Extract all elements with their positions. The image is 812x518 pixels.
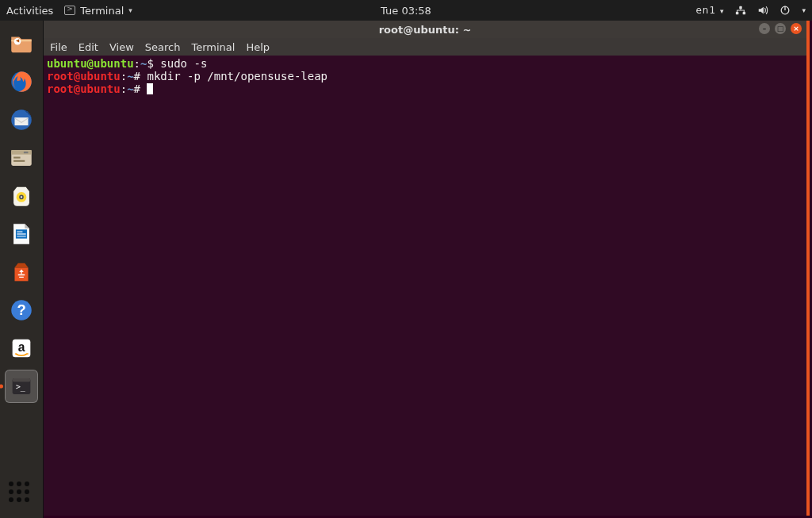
dock-item-terminal[interactable]: >_: [5, 370, 38, 403]
menu-edit[interactable]: Edit: [79, 41, 98, 53]
rhythmbox-icon: [8, 182, 35, 209]
dock-item-amazon[interactable]: a: [5, 332, 38, 365]
main-area: ? a >_ root@ubuntu: ~ – □ ×: [0, 21, 812, 518]
maximize-button[interactable]: □: [775, 23, 786, 34]
svg-rect-0: [736, 12, 739, 15]
svg-rect-11: [13, 160, 25, 162]
svg-text:>_: >_: [16, 382, 25, 392]
minimize-button[interactable]: –: [759, 23, 770, 34]
svg-rect-9: [11, 150, 32, 155]
input-source-label: en1: [695, 5, 716, 16]
close-button[interactable]: ×: [791, 23, 802, 34]
topbar-left-group: Activities Terminal ▾: [6, 5, 132, 17]
terminal-line: ubuntu@ubuntu:~$ sudo -s: [47, 57, 803, 70]
power-icon[interactable]: [779, 5, 791, 16]
file-manager-icon: [8, 144, 35, 171]
window-controls: – □ ×: [759, 23, 802, 34]
chevron-down-icon: ▾: [802, 6, 806, 14]
app-menu[interactable]: Terminal ▾: [64, 5, 132, 17]
terminal-window: root@ubuntu: ~ – □ × File Edit View Sear…: [44, 21, 810, 516]
menubar: File Edit View Search Terminal Help: [44, 38, 806, 56]
activities-button[interactable]: Activities: [6, 5, 53, 17]
libreoffice-writer-icon: [8, 221, 35, 247]
dock-item-nautilus[interactable]: [5, 141, 38, 175]
terminal-icon: >_: [8, 373, 35, 400]
topbar-right-group: en1 ▾ ▾: [695, 5, 806, 16]
amazon-icon: a: [8, 335, 35, 362]
network-icon[interactable]: [735, 5, 746, 16]
chevron-down-icon: ▾: [720, 7, 725, 15]
cursor: [147, 83, 153, 94]
volume-icon[interactable]: [757, 5, 768, 16]
dock-item-rhythmbox[interactable]: [5, 179, 38, 213]
menu-search[interactable]: Search: [145, 41, 181, 53]
gnome-top-bar: Activities Terminal ▾ Tue 03:58 en1 ▾ ▾: [0, 0, 812, 21]
thunderbird-icon: [8, 106, 35, 133]
files-icon: [8, 30, 35, 57]
dock: ? a >_: [0, 21, 44, 518]
dock-item-files[interactable]: [5, 27, 38, 60]
window-titlebar[interactable]: root@ubuntu: ~ – □ ×: [44, 21, 806, 38]
terminal-body[interactable]: ubuntu@ubuntu:~$ sudo -sroot@ubuntu:~# m…: [44, 56, 806, 516]
dock-item-writer[interactable]: [5, 217, 38, 251]
help-icon: ?: [8, 297, 35, 324]
dock-item-software[interactable]: [5, 255, 38, 289]
dock-item-help[interactable]: ?: [5, 294, 38, 327]
svg-rect-10: [13, 157, 20, 159]
input-source-indicator[interactable]: en1 ▾: [695, 5, 724, 16]
svg-rect-21: [13, 378, 31, 382]
chevron-down-icon: ▾: [128, 6, 132, 14]
terminal-icon: [64, 6, 75, 15]
desktop: root@ubuntu: ~ – □ × File Edit View Sear…: [44, 21, 812, 518]
menu-terminal[interactable]: Terminal: [191, 41, 235, 53]
menu-file[interactable]: File: [50, 41, 67, 53]
svg-point-15: [21, 196, 22, 198]
dock-item-firefox[interactable]: [5, 65, 38, 98]
firefox-icon: [8, 68, 35, 95]
dock-item-thunderbird[interactable]: [5, 103, 38, 136]
app-menu-label: Terminal: [80, 5, 124, 17]
svg-text:a: a: [18, 340, 25, 354]
svg-rect-1: [743, 12, 746, 15]
menu-help[interactable]: Help: [246, 41, 270, 53]
svg-rect-2: [740, 6, 743, 10]
menu-view[interactable]: View: [109, 41, 134, 53]
window-title: root@ubuntu: ~: [379, 24, 472, 36]
show-applications-button[interactable]: [9, 482, 34, 507]
clock[interactable]: Tue 03:58: [381, 5, 431, 17]
svg-text:?: ?: [17, 301, 25, 318]
terminal-line: root@ubuntu:~#: [47, 82, 803, 95]
svg-rect-12: [24, 152, 29, 153]
terminal-line: root@ubuntu:~# mkdir -p /mnt/opensuse-le…: [47, 70, 803, 82]
ubuntu-software-icon: [8, 259, 35, 286]
